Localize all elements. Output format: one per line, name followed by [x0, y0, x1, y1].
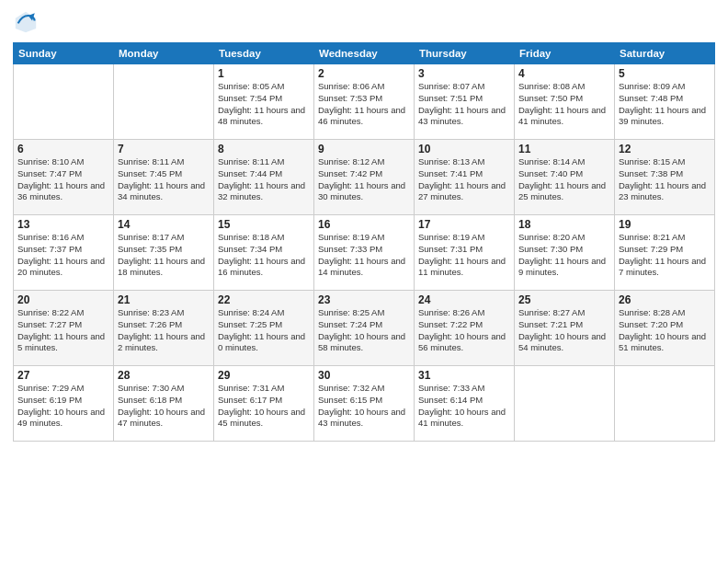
day-info: Sunrise: 8:23 AM Sunset: 7:26 PM Dayligh…: [118, 307, 210, 354]
day-number: 12: [619, 143, 711, 155]
calendar-cell: 1Sunrise: 8:05 AM Sunset: 7:54 PM Daylig…: [214, 64, 314, 140]
calendar-cell: 23Sunrise: 8:25 AM Sunset: 7:24 PM Dayli…: [314, 291, 415, 366]
day-info: Sunrise: 8:06 AM Sunset: 7:53 PM Dayligh…: [318, 81, 410, 128]
day-info: Sunrise: 8:20 AM Sunset: 7:30 PM Dayligh…: [518, 232, 610, 279]
day-number: 16: [318, 218, 410, 231]
calendar-cell: 12Sunrise: 8:15 AM Sunset: 7:38 PM Dayli…: [615, 140, 715, 215]
calendar-cell: [515, 366, 615, 442]
calendar-cell: 6Sunrise: 8:10 AM Sunset: 7:47 PM Daylig…: [14, 140, 114, 215]
day-info: Sunrise: 8:10 AM Sunset: 7:47 PM Dayligh…: [17, 156, 109, 203]
day-number: 4: [518, 67, 610, 80]
day-info: Sunrise: 8:17 AM Sunset: 7:35 PM Dayligh…: [118, 232, 210, 279]
calendar-cell: 16Sunrise: 8:19 AM Sunset: 7:33 PM Dayli…: [314, 215, 415, 291]
weekday-header-row: SundayMondayTuesdayWednesdayThursdayFrid…: [14, 43, 715, 64]
calendar-table: SundayMondayTuesdayWednesdayThursdayFrid…: [13, 42, 715, 442]
day-info: Sunrise: 8:16 AM Sunset: 7:37 PM Dayligh…: [17, 232, 109, 279]
calendar-cell: 29Sunrise: 7:31 AM Sunset: 6:17 PM Dayli…: [214, 366, 314, 442]
day-number: 13: [17, 218, 109, 231]
calendar-cell: 31Sunrise: 7:33 AM Sunset: 6:14 PM Dayli…: [415, 366, 515, 442]
day-info: Sunrise: 8:18 AM Sunset: 7:34 PM Dayligh…: [218, 232, 310, 279]
calendar-cell: 5Sunrise: 8:09 AM Sunset: 7:48 PM Daylig…: [615, 64, 715, 140]
day-number: 31: [418, 369, 510, 382]
day-info: Sunrise: 7:33 AM Sunset: 6:14 PM Dayligh…: [418, 383, 510, 430]
day-info: Sunrise: 8:09 AM Sunset: 7:48 PM Dayligh…: [619, 81, 711, 128]
day-number: 17: [418, 218, 510, 231]
day-info: Sunrise: 8:19 AM Sunset: 7:33 PM Dayligh…: [318, 232, 410, 279]
day-info: Sunrise: 7:29 AM Sunset: 6:19 PM Dayligh…: [17, 383, 109, 430]
day-number: 23: [318, 293, 410, 306]
day-number: 28: [118, 369, 210, 382]
day-number: 6: [17, 143, 109, 155]
calendar-cell: 9Sunrise: 8:12 AM Sunset: 7:42 PM Daylig…: [314, 140, 415, 215]
calendar-cell: 7Sunrise: 8:11 AM Sunset: 7:45 PM Daylig…: [114, 140, 214, 215]
calendar-cell: 24Sunrise: 8:26 AM Sunset: 7:22 PM Dayli…: [415, 291, 515, 366]
weekday-header-monday: Monday: [114, 43, 214, 64]
week-row-3: 13Sunrise: 8:16 AM Sunset: 7:37 PM Dayli…: [14, 215, 715, 291]
header: [13, 9, 715, 35]
day-info: Sunrise: 7:31 AM Sunset: 6:17 PM Dayligh…: [218, 383, 310, 430]
week-row-2: 6Sunrise: 8:10 AM Sunset: 7:47 PM Daylig…: [14, 140, 715, 215]
day-number: 1: [218, 67, 310, 80]
day-number: 20: [17, 293, 109, 306]
day-info: Sunrise: 8:19 AM Sunset: 7:31 PM Dayligh…: [418, 232, 510, 279]
calendar-cell: 8Sunrise: 8:11 AM Sunset: 7:44 PM Daylig…: [214, 140, 314, 215]
day-number: 25: [518, 293, 610, 306]
calendar-cell: 27Sunrise: 7:29 AM Sunset: 6:19 PM Dayli…: [14, 366, 114, 442]
calendar-cell: 11Sunrise: 8:14 AM Sunset: 7:40 PM Dayli…: [515, 140, 615, 215]
day-info: Sunrise: 8:27 AM Sunset: 7:21 PM Dayligh…: [518, 307, 610, 354]
day-info: Sunrise: 8:28 AM Sunset: 7:20 PM Dayligh…: [619, 307, 711, 354]
week-row-1: 1Sunrise: 8:05 AM Sunset: 7:54 PM Daylig…: [14, 64, 715, 140]
day-number: 11: [518, 143, 610, 155]
day-info: Sunrise: 8:21 AM Sunset: 7:29 PM Dayligh…: [619, 232, 711, 279]
calendar-cell: 2Sunrise: 8:06 AM Sunset: 7:53 PM Daylig…: [314, 64, 415, 140]
calendar-cell: 15Sunrise: 8:18 AM Sunset: 7:34 PM Dayli…: [214, 215, 314, 291]
logo-icon: [13, 9, 39, 35]
day-number: 14: [118, 218, 210, 231]
day-number: 7: [118, 143, 210, 155]
calendar-cell: 25Sunrise: 8:27 AM Sunset: 7:21 PM Dayli…: [515, 291, 615, 366]
day-number: 8: [218, 143, 310, 155]
weekday-header-tuesday: Tuesday: [214, 43, 314, 64]
day-number: 18: [518, 218, 610, 231]
weekday-header-thursday: Thursday: [415, 43, 515, 64]
calendar-cell: [114, 64, 214, 140]
day-info: Sunrise: 8:14 AM Sunset: 7:40 PM Dayligh…: [518, 156, 610, 203]
page: SundayMondayTuesdayWednesdayThursdayFrid…: [0, 0, 728, 563]
day-info: Sunrise: 8:11 AM Sunset: 7:44 PM Dayligh…: [218, 156, 310, 203]
day-number: 26: [619, 293, 711, 306]
day-info: Sunrise: 8:13 AM Sunset: 7:41 PM Dayligh…: [418, 156, 510, 203]
day-info: Sunrise: 8:07 AM Sunset: 7:51 PM Dayligh…: [418, 81, 510, 128]
calendar-cell: 28Sunrise: 7:30 AM Sunset: 6:18 PM Dayli…: [114, 366, 214, 442]
calendar-cell: 20Sunrise: 8:22 AM Sunset: 7:27 PM Dayli…: [14, 291, 114, 366]
day-number: 9: [318, 143, 410, 155]
day-number: 15: [218, 218, 310, 231]
day-info: Sunrise: 8:05 AM Sunset: 7:54 PM Dayligh…: [218, 81, 310, 128]
calendar-cell: 3Sunrise: 8:07 AM Sunset: 7:51 PM Daylig…: [415, 64, 515, 140]
day-number: 29: [218, 369, 310, 382]
day-number: 21: [118, 293, 210, 306]
calendar-cell: 30Sunrise: 7:32 AM Sunset: 6:15 PM Dayli…: [314, 366, 415, 442]
day-info: Sunrise: 8:08 AM Sunset: 7:50 PM Dayligh…: [518, 81, 610, 128]
week-row-4: 20Sunrise: 8:22 AM Sunset: 7:27 PM Dayli…: [14, 291, 715, 366]
day-info: Sunrise: 8:15 AM Sunset: 7:38 PM Dayligh…: [619, 156, 711, 203]
day-number: 30: [318, 369, 410, 382]
day-info: Sunrise: 8:11 AM Sunset: 7:45 PM Dayligh…: [118, 156, 210, 203]
weekday-header-friday: Friday: [515, 43, 615, 64]
day-info: Sunrise: 7:32 AM Sunset: 6:15 PM Dayligh…: [318, 383, 410, 430]
day-number: 3: [418, 67, 510, 80]
day-number: 22: [218, 293, 310, 306]
calendar-cell: 26Sunrise: 8:28 AM Sunset: 7:20 PM Dayli…: [615, 291, 715, 366]
day-info: Sunrise: 8:22 AM Sunset: 7:27 PM Dayligh…: [17, 307, 109, 354]
day-number: 10: [418, 143, 510, 155]
day-number: 27: [17, 369, 109, 382]
calendar-cell: 13Sunrise: 8:16 AM Sunset: 7:37 PM Dayli…: [14, 215, 114, 291]
calendar-cell: 21Sunrise: 8:23 AM Sunset: 7:26 PM Dayli…: [114, 291, 214, 366]
day-number: 2: [318, 67, 410, 80]
week-row-5: 27Sunrise: 7:29 AM Sunset: 6:19 PM Dayli…: [14, 366, 715, 442]
calendar-cell: 18Sunrise: 8:20 AM Sunset: 7:30 PM Dayli…: [515, 215, 615, 291]
calendar-cell: 19Sunrise: 8:21 AM Sunset: 7:29 PM Dayli…: [615, 215, 715, 291]
weekday-header-wednesday: Wednesday: [314, 43, 415, 64]
calendar-cell: 10Sunrise: 8:13 AM Sunset: 7:41 PM Dayli…: [415, 140, 515, 215]
calendar-cell: [615, 366, 715, 442]
calendar-cell: 14Sunrise: 8:17 AM Sunset: 7:35 PM Dayli…: [114, 215, 214, 291]
